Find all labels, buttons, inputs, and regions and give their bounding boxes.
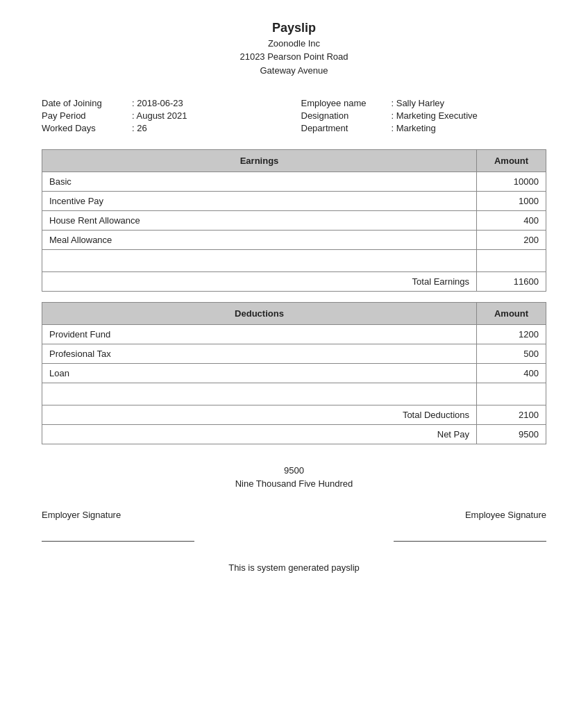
pf-amount: 1200 [477,325,546,344]
earnings-row-incentive: Incentive Pay 1000 [42,192,546,211]
employee-info-right: Employee name : Sally Harley Designation… [301,98,547,135]
loan-label: Loan [42,364,477,383]
basic-label: Basic [42,172,477,192]
employee-name-label: Employee name [301,98,392,108]
incentive-label: Incentive Pay [42,192,477,211]
net-pay-label: Net Pay [42,425,477,444]
tax-amount: 500 [477,344,546,364]
earnings-table: Earnings Amount Basic 10000 Incentive Pa… [42,149,546,292]
net-pay-row: Net Pay 9500 [42,425,546,444]
earnings-total-amount: 11600 [477,272,546,292]
deductions-empty-row [42,383,546,405]
address-line1: 21023 Pearson Point Road [240,51,348,62]
deductions-total-label: Total Deductions [42,405,477,425]
earnings-header-amount: Amount [477,150,546,172]
employee-name-row: Employee name : Sally Harley [301,98,547,108]
net-amount-section: 9500 Nine Thousand Five Hundred [42,465,546,489]
deductions-empty-cell [42,383,477,405]
meal-amount: 200 [477,231,546,250]
earnings-total-row: Total Earnings 11600 [42,272,546,292]
earnings-row-meal: Meal Allowance 200 [42,231,546,250]
company-address: 21023 Pearson Point Road Gateway Avenue [42,50,546,77]
incentive-amount: 1000 [477,192,546,211]
deductions-empty-amount [477,383,546,405]
department-row: Department : Marketing [301,123,547,133]
basic-amount: 10000 [477,172,546,192]
pay-period-value: : August 2021 [132,110,187,121]
deductions-row-tax: Profesional Tax 500 [42,344,546,364]
address-line2: Gateway Avenue [260,65,328,76]
designation-value: : Marketing Executive [392,110,478,121]
employee-info-left: Date of Joining : 2018-06-23 Pay Period … [42,98,287,135]
pay-period-label: Pay Period [42,110,132,121]
payslip-title: Payslip [42,21,546,35]
loan-amount: 400 [477,364,546,383]
earnings-header-row: Earnings Amount [42,150,546,172]
designation-label: Designation [301,110,392,121]
deductions-total-amount: 2100 [477,405,546,425]
earnings-empty-amount [477,250,546,272]
earnings-empty-row [42,250,546,272]
employee-name-value: : Sally Harley [392,98,445,108]
department-label: Department [301,123,392,133]
header: Payslip Zoonodle Inc 21023 Pearson Point… [42,21,546,77]
earnings-header-label: Earnings [42,150,477,172]
deductions-row-loan: Loan 400 [42,364,546,383]
earnings-row-hra: House Rent Allowance 400 [42,211,546,231]
date-of-joining-row: Date of Joining : 2018-06-23 [42,98,287,108]
pay-period-row: Pay Period : August 2021 [42,110,287,121]
worked-days-value: : 26 [132,123,147,133]
deductions-table: Deductions Amount Provident Fund 1200 Pr… [42,302,546,444]
pf-label: Provident Fund [42,325,477,344]
employer-signature-label: Employer Signature [42,510,121,520]
footer-text: This is system generated payslip [228,562,360,573]
footer: This is system generated payslip [42,562,546,573]
employee-signature-line [394,541,546,542]
deductions-row-pf: Provident Fund 1200 [42,325,546,344]
earnings-empty-cell [42,250,477,272]
company-name: Zoonodle Inc [42,38,546,49]
net-pay-amount: 9500 [477,425,546,444]
deductions-header-amount: Amount [477,303,546,325]
worked-days-label: Worked Days [42,123,132,133]
net-amount-words: Nine Thousand Five Hundred [42,478,546,489]
deductions-header-row: Deductions Amount [42,303,546,325]
meal-label: Meal Allowance [42,231,477,250]
department-value: : Marketing [392,123,436,133]
designation-row: Designation : Marketing Executive [301,110,547,121]
signature-section: Employer Signature Employee Signature [42,510,546,520]
earnings-total-label: Total Earnings [42,272,477,292]
net-amount-number: 9500 [42,465,546,476]
employee-info: Date of Joining : 2018-06-23 Pay Period … [42,98,546,135]
employer-signature-line [42,541,194,542]
signature-line-section [42,541,546,542]
earnings-row-basic: Basic 10000 [42,172,546,192]
tax-label: Profesional Tax [42,344,477,364]
deductions-total-row: Total Deductions 2100 [42,405,546,425]
hra-amount: 400 [477,211,546,231]
employee-signature-label: Employee Signature [465,510,546,520]
worked-days-row: Worked Days : 26 [42,123,287,133]
hra-label: House Rent Allowance [42,211,477,231]
deductions-header-label: Deductions [42,303,477,325]
date-of-joining-label: Date of Joining [42,98,132,108]
date-of-joining-value: : 2018-06-23 [132,98,183,108]
